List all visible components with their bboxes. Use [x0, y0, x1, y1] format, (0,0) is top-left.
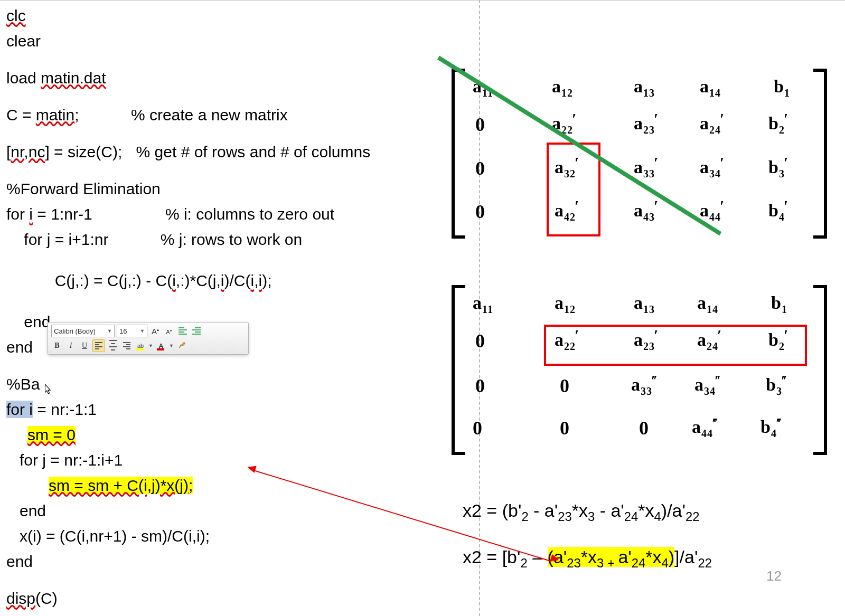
bold-button[interactable]: B — [51, 340, 63, 352]
matrix-cell: 0 — [639, 417, 649, 439]
code-line: load matin.dat — [6, 70, 370, 86]
mini-format-toolbar[interactable]: Calibri (Body)▼ 16▼ A▴ A▾ B I U ab ▼ A ▼ — [48, 322, 249, 355]
shrink-font-button[interactable]: A▾ — [163, 325, 175, 337]
italic-button[interactable]: I — [65, 340, 77, 352]
matrix-cell: a34′ — [700, 157, 726, 180]
font-color-button[interactable]: A — [155, 340, 167, 352]
code-line: x(i) = (C(i,nr+1) - sm)/C(i,i); — [6, 528, 370, 544]
matrix-cell: a33′ — [634, 157, 660, 180]
matrix-left-bracket — [452, 285, 465, 455]
code-line: %Ba — [6, 376, 370, 392]
matrix-cell: a12 — [555, 293, 576, 316]
code-line: sm = 0 — [27, 427, 370, 443]
matrix-right-bracket — [813, 69, 827, 239]
code-line: for j = nr:-1:i+1 — [6, 452, 370, 468]
equation-line-2: x2 = [b'2 – (a'23*x3 + a'24*x4)]/a'22 — [463, 547, 712, 571]
matrix-cell: b4′ — [768, 201, 790, 223]
code-block: clc clear load matin.dat C = matin; % cr… — [6, 8, 370, 616]
code-line: end — [6, 503, 370, 519]
underline-button[interactable]: U — [79, 340, 90, 352]
matrix-cell: b1 — [771, 293, 787, 316]
matrix-cell: 0 — [475, 201, 485, 223]
matrix-cell: b3′′ — [766, 375, 786, 397]
mouse-cursor-icon — [45, 384, 52, 395]
matrix-cell: 0 — [475, 157, 485, 179]
matrix-cell: b1 — [774, 77, 790, 99]
matrix-cell: a43′ — [634, 201, 660, 223]
highlight-button[interactable]: ab — [135, 340, 146, 352]
align-right-button[interactable] — [121, 340, 133, 352]
matrix-cell: a44′′′ — [692, 417, 717, 440]
matrix-cell: a14 — [697, 293, 718, 316]
code-line: clear — [6, 33, 370, 49]
increase-indent-button[interactable] — [191, 325, 202, 337]
matrix-cell: b2′ — [768, 113, 790, 136]
code-line: for i = nr:-1:1 — [6, 402, 370, 418]
font-size-value: 16 — [119, 327, 127, 335]
equation-line-1: x2 = (b'2 - a'23*x3 - a'24*x4)/a'22 — [463, 500, 699, 524]
matrix-right-bracket — [813, 285, 827, 455]
matrix-cell: a13 — [634, 293, 655, 316]
matrix-cell: 0 — [475, 330, 485, 352]
page-number: 12 — [766, 568, 782, 584]
format-painter-button[interactable] — [176, 340, 187, 352]
grow-font-button[interactable]: A▴ — [149, 325, 161, 337]
font-name: Calibri (Body) — [54, 327, 96, 335]
chevron-down-icon[interactable]: ▼ — [169, 343, 174, 348]
matrix-cell: 0 — [475, 375, 485, 397]
code-line: for i = 1:nr-1 % i: columns to zero out — [6, 206, 370, 222]
code-line: C = matin; % create a new matrix — [6, 107, 370, 123]
decrease-indent-button[interactable] — [177, 325, 189, 337]
code-line: %Forward Elimination — [6, 181, 370, 197]
matrix-cell: 0 — [475, 113, 485, 136]
font-size-select[interactable]: 16▼ — [117, 325, 147, 337]
matrix-cell: 0 — [473, 417, 483, 439]
matrix-cell: 0 — [560, 417, 570, 439]
highlight-rectangle — [547, 143, 600, 236]
chevron-down-icon[interactable]: ▼ — [148, 343, 153, 348]
matrix-cell: a11 — [473, 293, 493, 316]
code-line: clc — [6, 8, 370, 24]
matrix-cell: a34′′ — [694, 375, 720, 397]
code-line: for j = i+1:nr % j: rows to work on — [6, 232, 370, 248]
chevron-down-icon: ▼ — [107, 328, 112, 334]
font-select[interactable]: Calibri (Body)▼ — [51, 325, 115, 337]
matrix-left-bracket — [452, 69, 465, 239]
matrix-cell: a24′ — [700, 113, 726, 136]
matrix-cell: a13 — [634, 77, 655, 99]
code-line: C(j,:) = C(j,:) - C(i,:)*C(j,i)/C(i,i); — [6, 257, 370, 305]
matrix-cell: a33′′ — [631, 375, 656, 397]
code-line: end — [6, 554, 370, 570]
align-left-button[interactable] — [92, 339, 105, 352]
matrix-cell: b4′′′ — [760, 417, 781, 440]
ruler — [0, 0, 845, 1]
matrix-cell: b3′ — [768, 157, 790, 180]
matrix-cell: a14 — [700, 77, 721, 99]
matrix-cell: a12 — [552, 77, 573, 99]
code-line: disp(C) — [6, 591, 370, 606]
matrix-cell: 0 — [560, 375, 570, 397]
matrix-cell: a23′ — [634, 113, 660, 136]
code-line: [nr,nc] = size(C); % get # of rows and #… — [6, 144, 370, 160]
matrix-cell: a44′ — [700, 201, 726, 223]
highlight-rectangle — [544, 325, 807, 366]
align-center-button[interactable] — [107, 340, 119, 352]
chevron-down-icon: ▼ — [140, 328, 145, 334]
